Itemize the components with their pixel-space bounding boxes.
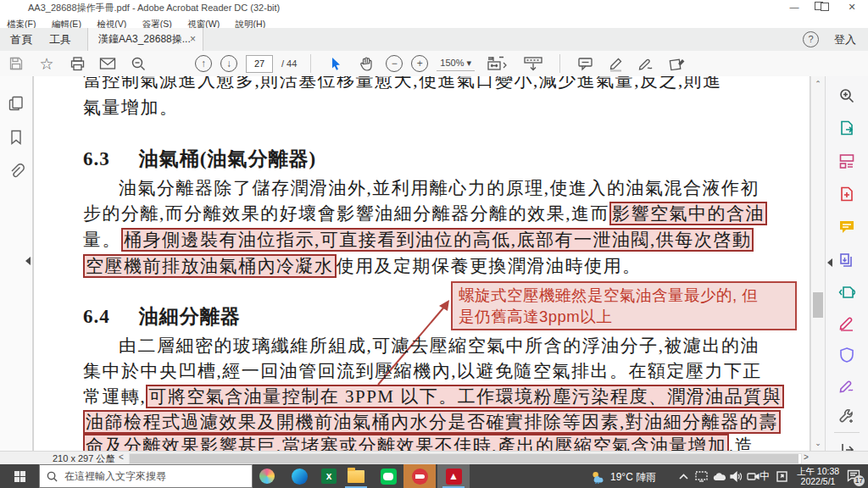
trend-micro-icon xyxy=(412,469,428,485)
scrollbar-thumb[interactable] xyxy=(813,292,823,318)
hand-tool-icon[interactable] xyxy=(355,53,377,75)
tab-tools[interactable]: 工具 xyxy=(49,28,71,51)
export-pdf-icon[interactable] xyxy=(837,119,856,137)
annotation-line: 螺旋式空壓機雖然是空氣油含量最少的, 但 xyxy=(459,285,789,306)
fill-sign-icon[interactable] xyxy=(665,53,687,75)
sign-pen-icon[interactable] xyxy=(635,53,657,75)
email-icon[interactable] xyxy=(97,53,119,75)
protect-icon[interactable] xyxy=(837,346,856,364)
menu-bar: 檔案(F) 編輯(E) 檢視(V) 簽署(S) 視窗(W) 說明(H) xyxy=(0,15,868,28)
doc-line: 集中於中央凹槽,經一回油管回流到壓縮機內,以避免隨空氣排出。在額定壓力下正 xyxy=(83,360,762,383)
search-icon xyxy=(47,471,58,482)
tab-close-icon[interactable]: × xyxy=(190,28,196,51)
collapse-left-panel-icon[interactable] xyxy=(25,257,31,265)
doc-line: 油篩檢程式過濾效果及開機前油氣桶內水分是否確實排除等因素,對油細分離器的壽 xyxy=(83,411,781,434)
taskbar-app-file-explorer[interactable] xyxy=(340,464,372,488)
tray-onedrive-icon[interactable] xyxy=(712,469,726,484)
status-bar: 210 x 297 公釐 < > xyxy=(0,451,868,465)
pdf-page[interactable]: 當控制氣源進入愈多,則活塞位移量愈大,使進氣口變小,減少進氣量,反之,則進 氣量… xyxy=(34,76,810,451)
section-6-4-heading: 6.4油細分離器 xyxy=(83,303,241,330)
weather-label[interactable]: 19°C 陣雨 xyxy=(610,470,656,485)
sign-in-button[interactable]: 登入 xyxy=(834,28,856,51)
doc-line: 命及分離效果影響甚巨,當堵塞或分離效果不佳時,產出的壓縮空氣含油量增加,造 xyxy=(83,435,754,451)
tab-document-label: 漢鐘AA3_28688操... xyxy=(98,28,191,51)
tab-home[interactable]: 首頁 xyxy=(10,28,32,51)
file-explorer-icon xyxy=(348,470,364,483)
weather-icon[interactable] xyxy=(591,469,605,484)
annotation-callout[interactable]: 螺旋式空壓機雖然是空氣油含量最少的, 但 是仍舊高達3ppm以上 xyxy=(451,281,797,330)
zoom-out-icon[interactable]: − xyxy=(386,55,403,72)
combine-files-icon[interactable] xyxy=(837,251,856,269)
taskbar-clock[interactable]: 上午 10:38 2022/5/1 xyxy=(793,466,843,486)
close-button[interactable]: ✕ xyxy=(837,0,866,15)
taskbar-search-input[interactable]: 在這裡輸入文字來搜尋 xyxy=(39,464,253,488)
tab-document[interactable]: 漢鐘AA3_28688操... × xyxy=(87,28,203,51)
notification-count-badge: 17 xyxy=(854,475,865,486)
doc-line: 由二層細密的玻璃纖維所組成,可濾去壓縮空氣中所含的浮油分子,被濾出的油 xyxy=(119,335,760,358)
fill-and-sign-icon[interactable] xyxy=(837,314,856,333)
restore-button[interactable] xyxy=(809,0,837,15)
print-icon[interactable] xyxy=(66,53,88,75)
taskbar-app-line[interactable] xyxy=(372,464,404,488)
certificates-icon[interactable] xyxy=(837,376,856,395)
page-number-input[interactable]: 27 xyxy=(246,55,273,73)
action-center-icon[interactable]: 17 xyxy=(846,469,860,483)
toolbar-divider xyxy=(310,54,311,73)
collapse-right-panel-icon[interactable] xyxy=(827,258,832,267)
create-pdf-icon[interactable] xyxy=(837,185,856,203)
tray-window-icon[interactable] xyxy=(775,469,789,484)
doc-line: 常運轉,可將空氣含油量控制在 3PPM 以下。工作環境粉塵污染程度、潤滑油品質與 xyxy=(83,385,784,408)
highlighter-icon[interactable] xyxy=(604,53,626,75)
toolbar-divider xyxy=(559,54,560,73)
zoom-in-icon[interactable]: + xyxy=(411,55,428,72)
search-placeholder: 在這裡輸入文字來搜尋 xyxy=(64,469,166,484)
line-app-icon xyxy=(381,469,397,485)
favorite-star-icon[interactable]: ☆ xyxy=(36,53,58,75)
select-tool-icon[interactable] xyxy=(325,53,347,75)
tray-display-icon[interactable] xyxy=(694,469,709,484)
vertical-scrollbar[interactable]: ⌃ ⌄ xyxy=(810,76,826,451)
save-icon[interactable] xyxy=(5,53,27,75)
highlighted-text: 空壓機前排放油氣桶內冷凝水 xyxy=(83,254,337,278)
tray-chevron-up-icon[interactable] xyxy=(676,469,691,484)
scroll-up-icon[interactable]: ⌃ xyxy=(814,80,822,88)
compress-pdf-icon[interactable] xyxy=(837,283,856,302)
scrolling-mode-icon[interactable] xyxy=(520,53,546,75)
scroll-right-icon[interactable]: > xyxy=(804,452,809,462)
windows-logo-icon xyxy=(14,471,25,482)
fit-width-icon[interactable] xyxy=(483,53,512,75)
date-label: 2022/5/1 xyxy=(793,476,843,486)
previous-page-icon[interactable]: ↑ xyxy=(195,55,212,72)
scroll-down-icon[interactable]: ⌄ xyxy=(814,439,822,447)
find-icon[interactable] xyxy=(127,53,149,75)
attachments-icon[interactable] xyxy=(8,163,25,180)
horizontal-scrollbar[interactable] xyxy=(129,453,802,464)
page-total-label: / 44 xyxy=(281,58,297,69)
right-tools-rail xyxy=(825,76,868,464)
comment-icon[interactable] xyxy=(837,218,856,236)
doc-line: 量。桶身側邊裝有油位指示,可直接看到油位的高低,底部有一泄油閥,供每次啓動 xyxy=(83,229,754,252)
left-panel-rail xyxy=(0,76,33,451)
zoom-search-icon[interactable] xyxy=(837,86,856,105)
organize-pages-icon[interactable] xyxy=(837,152,856,170)
taskbar-app-trend-micro[interactable] xyxy=(403,464,436,488)
bookmarks-icon[interactable] xyxy=(8,129,25,146)
page-thumbnails-icon[interactable] xyxy=(8,95,25,112)
tray-camera-icon[interactable] xyxy=(746,469,760,484)
more-tools-icon[interactable] xyxy=(837,407,856,425)
taskbar-app-edge[interactable] xyxy=(283,464,315,488)
horizontal-scrollbar-thumb[interactable] xyxy=(130,454,798,463)
start-button[interactable] xyxy=(0,464,39,488)
scroll-left-icon[interactable]: < xyxy=(119,452,124,462)
restore-icon-back xyxy=(821,3,829,11)
tray-volume-icon[interactable] xyxy=(729,469,743,484)
taskbar-app-paint-3d[interactable] xyxy=(251,464,283,488)
screen: AA3_28688操作手冊.pdf - Adobe Acrobat Reader… xyxy=(0,0,868,488)
zoom-level-dropdown[interactable]: 150% ▾ xyxy=(437,56,475,71)
next-page-icon[interactable]: ↓ xyxy=(220,55,237,72)
help-button[interactable]: ? xyxy=(803,31,819,47)
comment-bubble-icon[interactable] xyxy=(574,53,596,75)
minimize-button[interactable]: — xyxy=(780,0,809,15)
ime-language-indicator[interactable]: 中 xyxy=(760,469,771,484)
taskbar-app-acrobat[interactable]: ▲ xyxy=(437,464,470,488)
